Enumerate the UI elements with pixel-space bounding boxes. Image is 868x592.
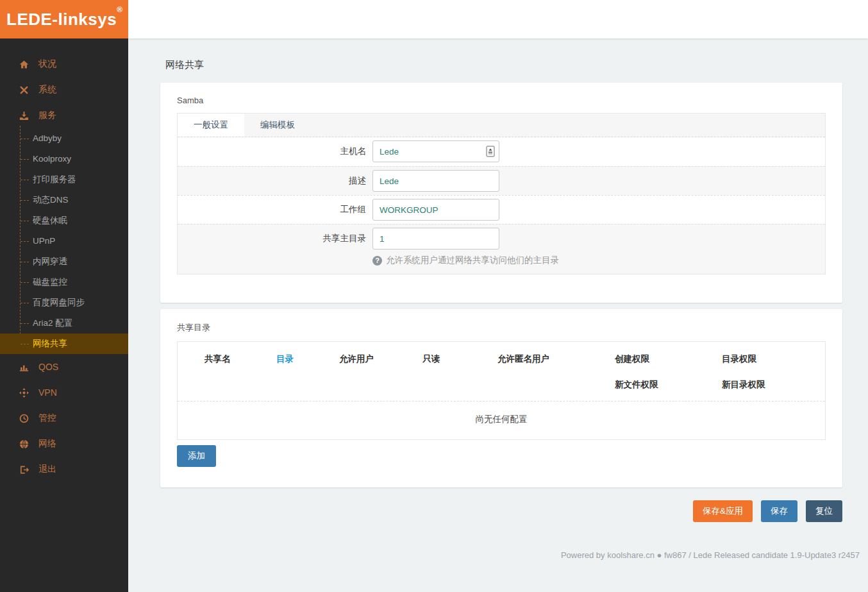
footer-credit: Powered by koolshare.cn ● fw867 / Lede R… (561, 550, 860, 560)
header-row-2: 新文件权限 新目录权限 (204, 379, 812, 391)
form-row-share-home: 共享主目录 ? 允许系统用户通过网络共享访问他们的主目录 (178, 224, 825, 274)
hostname-input[interactable] (372, 140, 499, 162)
registered-mark-icon: ® (117, 5, 122, 14)
sidebar-item-ddns[interactable]: 动态DNS (0, 190, 128, 210)
sidebar-item-label: 退出 (38, 464, 56, 475)
sidebar-subitem-label: 磁盘监控 (33, 277, 67, 287)
hostname-combobox (372, 140, 499, 162)
sidebar: LEDE-linksys® 状况 系统 服务 Adbyby Koolproxy … (0, 0, 128, 592)
sidebar-item-label: 系统 (38, 84, 56, 96)
sidebar-subitem-label: 网络共享 (33, 339, 67, 348)
sidebar-nav: 状况 系统 服务 Adbyby Koolproxy 打印服务器 动态DNS 硬盘… (0, 38, 128, 482)
sidebar-subitem-label: 硬盘休眠 (33, 216, 67, 225)
sidebar-item-network[interactable]: 网络 (0, 431, 128, 457)
tools-icon (19, 85, 29, 95)
help-text: 允许系统用户通过网络共享访问他们的主目录 (386, 255, 559, 266)
sidebar-item-label: VPN (38, 387, 57, 398)
samba-card: Samba 一般设置 编辑模板 主机名 描述 (160, 83, 842, 303)
sidebar-item-control[interactable]: 管控 (0, 405, 128, 431)
reset-button[interactable]: 复位 (806, 500, 842, 522)
action-buttons: 保存&应用 保存 复位 (160, 500, 842, 522)
sidebar-item-services[interactable]: 服务 (0, 103, 128, 128)
globe-icon (19, 439, 29, 449)
sidebar-subitem-label: UPnP (33, 236, 55, 246)
samba-tabs: 一般设置 编辑模板 (178, 114, 825, 137)
sidebar-subitem-label: Adbyby (33, 133, 62, 143)
col-directory-mask: 目录权限 (722, 353, 812, 365)
shares-table-header: 共享名 目录 允许用户 只读 允许匿名用户 创建权限 目录权限 新文件权限 新目… (178, 342, 825, 401)
sidebar-item-label: 状况 (38, 58, 56, 70)
col-directory: 目录 (276, 353, 339, 365)
sidebar-item-vpn[interactable]: VPN (0, 380, 128, 405)
services-download-icon (19, 110, 29, 121)
sidebar-item-aria2[interactable]: Aria2 配置 (0, 313, 128, 334)
save-apply-button[interactable]: 保存&应用 (693, 500, 753, 522)
page-title: 网络共享 (165, 59, 842, 71)
logout-icon (19, 464, 29, 475)
sidebar-item-qos[interactable]: QOS (0, 354, 128, 380)
col-allow-guests: 允许匿名用户 (497, 353, 615, 365)
sidebar-item-disk-monitor[interactable]: 磁盘监控 (0, 272, 128, 292)
share-home-help: ? 允许系统用户通过网络共享访问他们的主目录 (372, 255, 559, 266)
combobox-dropdown-icon[interactable] (486, 146, 495, 157)
col-spacer (422, 379, 497, 391)
hostname-label: 主机名 (178, 140, 372, 162)
sidebar-item-koolproxy[interactable]: Koolproxy (0, 149, 128, 169)
col-spacer (339, 379, 422, 391)
sidebar-item-upnp[interactable]: UPnP (0, 231, 128, 251)
col-spacer (276, 379, 339, 391)
share-home-label: 共享主目录 (178, 228, 372, 249)
save-button[interactable]: 保存 (761, 500, 797, 522)
share-home-field: ? 允许系统用户通过网络共享访问他们的主目录 (372, 228, 559, 266)
sidebar-item-nat-traversal[interactable]: 内网穿透 (0, 251, 128, 272)
sidebar-item-status[interactable]: 状况 (0, 51, 128, 77)
samba-section-label: Samba (177, 96, 826, 105)
sidebar-item-baidu-sync[interactable]: 百度网盘同步 (0, 292, 128, 313)
col-share-name: 共享名 (204, 353, 276, 365)
description-label: 描述 (178, 170, 372, 192)
brand-name: LEDE-linksys (6, 10, 117, 29)
sidebar-item-label: 服务 (38, 110, 56, 121)
app-logo: LEDE-linksys® (0, 0, 128, 38)
table-empty-message: 尚无任何配置 (178, 401, 825, 439)
sidebar-item-adbyby[interactable]: Adbyby (0, 128, 128, 149)
shares-table: 共享名 目录 允许用户 只读 允许匿名用户 创建权限 目录权限 新文件权限 新目… (177, 341, 826, 440)
add-button[interactable]: 添加 (177, 445, 216, 467)
col-spacer (204, 379, 276, 391)
col-new-dir-mask: 新目录权限 (722, 379, 812, 391)
samba-form: 主机名 描述 工作组 共享主目录 (178, 137, 825, 274)
sidebar-subitem-label: Aria2 配置 (33, 318, 72, 328)
samba-tab-container: 一般设置 编辑模板 主机名 描述 工作组 (177, 113, 826, 275)
col-spacer (497, 379, 615, 391)
sidebar-item-label: 管控 (38, 412, 56, 424)
workgroup-label: 工作组 (178, 199, 372, 221)
sidebar-subitem-label: 内网穿透 (33, 257, 67, 266)
workgroup-input[interactable] (372, 199, 499, 221)
sidebar-item-logout[interactable]: 退出 (0, 457, 128, 482)
col-allowed-users: 允许用户 (339, 353, 422, 365)
bar-chart-icon (19, 362, 29, 372)
sidebar-item-network-share[interactable]: 网络共享 (0, 334, 128, 354)
sidebar-item-label: 网络 (38, 438, 56, 450)
sidebar-subitem-label: 百度网盘同步 (33, 298, 85, 307)
form-row-hostname: 主机名 (178, 137, 825, 166)
col-read-only: 只读 (422, 353, 497, 365)
sidebar-item-hdd-idle[interactable]: 硬盘休眠 (0, 210, 128, 231)
sidebar-item-print-server[interactable]: 打印服务器 (0, 169, 128, 190)
home-icon (19, 59, 29, 69)
top-bar (128, 0, 868, 38)
move-arrows-icon (19, 387, 29, 398)
form-row-workgroup: 工作组 (178, 195, 825, 224)
col-create-mask: 创建权限 (615, 353, 722, 365)
sidebar-item-system[interactable]: 系统 (0, 77, 128, 103)
tab-general-settings[interactable]: 一般设置 (178, 114, 244, 137)
sidebar-item-label: QOS (38, 362, 58, 372)
share-home-input[interactable] (372, 228, 499, 249)
form-row-description: 描述 (178, 166, 825, 195)
tab-edit-template[interactable]: 编辑模板 (244, 114, 311, 137)
shares-section-label: 共享目录 (177, 322, 826, 334)
description-input[interactable] (372, 170, 499, 192)
header-row-1: 共享名 目录 允许用户 只读 允许匿名用户 创建权限 目录权限 (204, 353, 812, 365)
sidebar-subitem-label: Koolproxy (33, 154, 71, 164)
main-content: 网络共享 Samba 一般设置 编辑模板 主机名 描述 (128, 38, 868, 592)
